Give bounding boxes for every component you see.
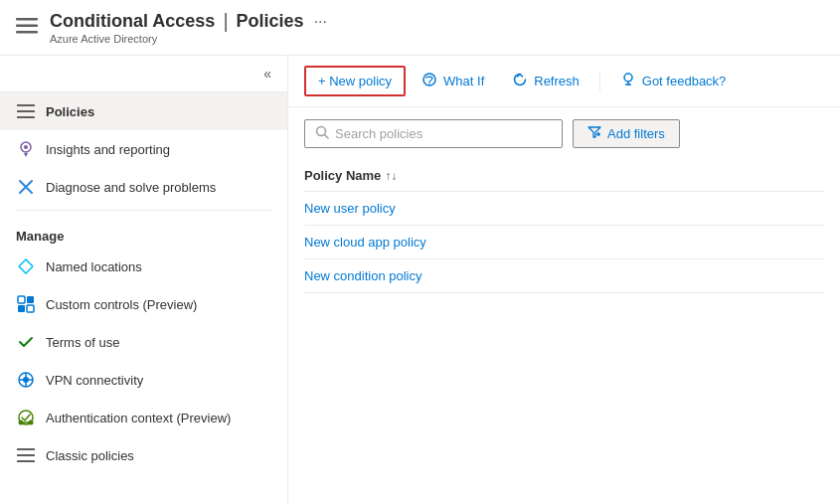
policy-name-column-header: Policy Name xyxy=(304,168,381,183)
svg-rect-9 xyxy=(27,296,34,303)
sidebar-item-policies-label: Policies xyxy=(46,104,94,119)
manage-section-label: Manage xyxy=(0,215,287,248)
insights-icon xyxy=(16,139,36,159)
svg-rect-18 xyxy=(17,454,35,456)
what-if-icon xyxy=(421,72,437,90)
header-subtitle: Azure Active Directory xyxy=(50,33,327,45)
app-header: Conditional Access | Policies ··· Azure … xyxy=(0,0,840,56)
refresh-button[interactable]: Refresh xyxy=(500,66,591,96)
policy-link-new-condition[interactable]: New condition policy xyxy=(304,268,422,283)
sidebar-item-terms-label: Terms of use xyxy=(46,335,119,350)
collapse-sidebar-button[interactable]: « xyxy=(259,64,275,84)
refresh-icon xyxy=(512,72,528,90)
svg-rect-2 xyxy=(16,31,38,34)
what-if-label: What If xyxy=(443,74,484,88)
search-icon xyxy=(315,125,329,142)
header-title-block: Conditional Access | Policies ··· Azure … xyxy=(50,10,327,45)
table-header: Policy Name ↑↓ xyxy=(304,160,824,192)
content-area: + New policy What If xyxy=(288,56,840,504)
vpn-icon xyxy=(16,370,36,390)
sidebar-item-diagnose[interactable]: Diagnose and solve problems xyxy=(0,168,287,206)
filter-icon xyxy=(588,125,601,142)
svg-rect-17 xyxy=(17,448,35,450)
sidebar-item-classic-policies-label: Classic policies xyxy=(46,448,134,463)
page-title: Policies xyxy=(237,11,304,32)
header-separator: | xyxy=(223,10,228,33)
sidebar-item-terms-of-use[interactable]: Terms of use xyxy=(0,323,287,361)
svg-rect-8 xyxy=(18,296,25,303)
table-row[interactable]: New cloud app policy xyxy=(304,226,824,259)
sidebar-item-named-locations[interactable]: Named locations xyxy=(0,248,287,285)
svg-rect-10 xyxy=(18,305,25,312)
feedback-button[interactable]: Got feedback? xyxy=(608,66,739,96)
search-box[interactable] xyxy=(304,119,563,148)
app-menu-icon xyxy=(16,15,38,40)
svg-line-26 xyxy=(325,135,329,139)
svg-rect-11 xyxy=(27,305,34,312)
policy-link-new-user[interactable]: New user policy xyxy=(304,201,396,216)
sidebar-item-auth-context[interactable]: Authentication context (Preview) xyxy=(0,399,287,436)
terms-icon xyxy=(16,332,36,352)
custom-controls-icon xyxy=(16,294,36,314)
svg-rect-4 xyxy=(17,110,35,112)
sidebar-item-vpn-label: VPN connectivity xyxy=(46,373,143,388)
svg-rect-19 xyxy=(17,460,35,462)
table-row[interactable]: New condition policy xyxy=(304,259,824,293)
sidebar-item-custom-controls-label: Custom controls (Preview) xyxy=(46,297,197,312)
policy-table: Policy Name ↑↓ New user policy New cloud… xyxy=(288,160,840,293)
named-locations-icon xyxy=(16,256,36,276)
diagnose-icon xyxy=(16,177,36,197)
search-area: Add filters xyxy=(288,107,840,160)
feedback-label: Got feedback? xyxy=(642,74,727,88)
svg-rect-3 xyxy=(17,104,35,106)
sidebar-item-policies[interactable]: Policies xyxy=(0,92,287,130)
toolbar-divider xyxy=(599,72,600,91)
add-filters-label: Add filters xyxy=(607,126,665,141)
table-row[interactable]: New user policy xyxy=(304,192,824,226)
refresh-label: Refresh xyxy=(534,74,580,88)
sidebar-item-auth-context-label: Authentication context (Preview) xyxy=(46,411,231,425)
what-if-button[interactable]: What If xyxy=(410,66,496,96)
policy-link-new-cloud-app[interactable]: New cloud app policy xyxy=(304,235,426,250)
toolbar: + New policy What If xyxy=(288,56,840,107)
new-policy-button[interactable]: + New policy xyxy=(304,66,406,96)
classic-policies-icon xyxy=(16,445,36,465)
sidebar-item-vpn[interactable]: VPN connectivity xyxy=(0,361,287,399)
sidebar-item-insights-label: Insights and reporting xyxy=(46,142,170,157)
sidebar-item-insights[interactable]: Insights and reporting xyxy=(0,130,287,168)
svg-point-22 xyxy=(624,74,632,82)
sidebar-item-named-locations-label: Named locations xyxy=(46,259,142,274)
svg-point-21 xyxy=(428,83,430,84)
app-title: Conditional Access xyxy=(50,11,215,32)
sort-icon[interactable]: ↑↓ xyxy=(385,169,397,183)
sidebar: « Policies Insights and reporti xyxy=(0,56,288,504)
svg-point-7 xyxy=(24,145,28,149)
svg-rect-0 xyxy=(16,18,38,21)
nav-divider xyxy=(16,210,271,211)
auth-context-icon xyxy=(16,408,36,427)
sidebar-item-diagnose-label: Diagnose and solve problems xyxy=(46,180,216,195)
feedback-icon xyxy=(620,72,636,90)
sidebar-collapse-area: « xyxy=(0,56,287,92)
policies-icon xyxy=(16,101,36,121)
svg-point-13 xyxy=(23,377,29,383)
main-container: « Policies Insights and reporti xyxy=(0,56,840,504)
svg-rect-5 xyxy=(17,116,35,118)
search-input[interactable] xyxy=(335,126,552,141)
svg-rect-1 xyxy=(16,25,38,28)
sidebar-item-custom-controls[interactable]: Custom controls (Preview) xyxy=(0,285,287,323)
more-options-icon[interactable]: ··· xyxy=(314,13,327,31)
sidebar-item-classic-policies[interactable]: Classic policies xyxy=(0,436,287,474)
add-filters-button[interactable]: Add filters xyxy=(573,119,680,148)
